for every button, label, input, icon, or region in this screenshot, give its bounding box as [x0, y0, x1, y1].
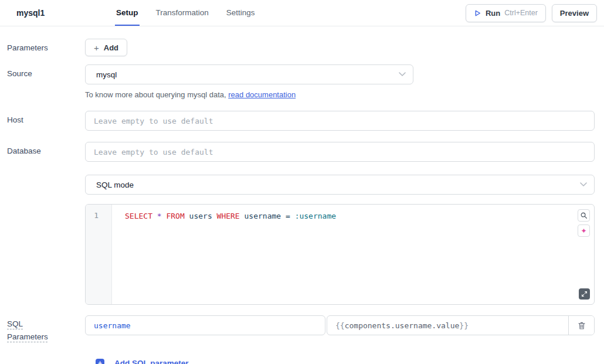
parameter-value-group: {{components.username.value}} — [327, 315, 595, 335]
editor-gutter: 1 — [86, 205, 112, 304]
sql-mode-selected-value: SQL mode — [96, 181, 134, 189]
delete-parameter-button[interactable] — [568, 316, 594, 335]
code-token: * — [157, 212, 162, 220]
parameters-label: Parameters — [7, 39, 85, 56]
add-sql-parameter-label: Add SQL parameter — [114, 359, 189, 364]
run-button[interactable]: Run Ctrl+Enter — [466, 4, 546, 22]
open-braces: {{ — [335, 321, 345, 330]
source-helper-text: To know more about querying mysql data, … — [85, 90, 595, 100]
plus-square-icon: + — [96, 359, 104, 364]
topbar: mysql1 Setup Transformation Settings Run… — [0, 0, 604, 26]
sql-mode-spacer — [7, 175, 85, 195]
parameter-key-value: username — [94, 321, 131, 330]
add-parameter-label: Add — [104, 43, 118, 52]
code-token: WHERE — [217, 212, 240, 220]
add-sql-parameter-row: + Add SQL parameter — [7, 354, 595, 364]
read-documentation-link[interactable]: read documentation — [228, 90, 296, 99]
host-label: Host — [7, 111, 85, 131]
helper-prefix: To know more about querying mysql data, — [85, 90, 228, 99]
source-selected-value: mysql — [96, 70, 117, 79]
sparkle-glyph: ✦ — [581, 227, 586, 234]
run-label: Run — [486, 9, 500, 18]
editor-row: 1 SELECT * FROM users WHERE username = :… — [7, 204, 595, 305]
sql-parameter-item: username {{components.username.value}} — [85, 315, 595, 335]
code-token: users — [185, 212, 217, 220]
query-editor-panel: mysql1 Setup Transformation Settings Run… — [0, 0, 604, 364]
chevron-down-icon — [399, 72, 406, 77]
sql-parameters-label: SQL Parameters — [7, 315, 85, 343]
code-token — [152, 212, 157, 220]
search-icon[interactable] — [578, 209, 590, 222]
tab-settings[interactable]: Settings — [225, 0, 256, 26]
source-row: Source mysql To know more about querying… — [7, 64, 595, 100]
database-label: Database — [7, 142, 85, 162]
line-number: 1 — [86, 211, 111, 220]
source-label: Source — [7, 64, 85, 100]
query-title: mysql1 — [16, 0, 115, 26]
database-input[interactable] — [85, 142, 595, 162]
code-token: :username — [295, 212, 336, 220]
trash-icon — [578, 321, 586, 330]
code-token: username — [240, 212, 286, 220]
sql-mode-row: SQL mode — [7, 175, 595, 195]
host-row: Host — [7, 111, 595, 131]
close-braces: }} — [459, 321, 469, 330]
sql-mode-select[interactable]: SQL mode — [85, 175, 595, 195]
code-token: FROM — [166, 212, 184, 220]
magnifier-glyph — [580, 212, 588, 219]
chevron-down-icon — [580, 182, 587, 187]
run-shortcut: Ctrl+Enter — [504, 9, 538, 17]
tab-transformation[interactable]: Transformation — [155, 0, 210, 26]
editor-spacer — [7, 204, 85, 305]
parameter-value-body: components.username.value — [345, 321, 460, 330]
tab-setup[interactable]: Setup — [115, 0, 140, 26]
setup-form: Parameters + Add Source mysql To know — [0, 26, 604, 364]
header-actions: Run Ctrl+Enter Preview — [466, 0, 597, 26]
expand-editor-icon[interactable] — [579, 288, 590, 300]
plus-icon: + — [94, 43, 99, 52]
plus-glyph: + — [98, 360, 102, 364]
add-sql-parameter-button[interactable]: + Add SQL parameter — [96, 359, 189, 364]
tab-bar: Setup Transformation Settings — [115, 0, 256, 26]
database-row: Database — [7, 142, 595, 162]
add-parameter-button[interactable]: + Add — [85, 39, 127, 56]
source-select[interactable]: mysql — [85, 64, 413, 84]
expand-arrows-glyph — [581, 291, 588, 297]
code-token: = — [286, 212, 295, 220]
code-area[interactable]: SELECT * FROM users WHERE username = :us… — [112, 205, 594, 304]
add-sql-parameter-spacer — [7, 354, 85, 364]
parameter-key-input[interactable]: username — [85, 315, 325, 335]
sql-editor[interactable]: 1 SELECT * FROM users WHERE username = :… — [85, 204, 595, 305]
ai-sparkle-icon[interactable]: ✦ — [578, 224, 590, 237]
code-token: SELECT — [125, 212, 152, 220]
code-line: SELECT * FROM users WHERE username = :us… — [125, 211, 594, 222]
host-input[interactable] — [85, 111, 595, 131]
sql-parameters-row: SQL Parameters username {{components.use… — [7, 315, 595, 343]
parameters-row: Parameters + Add — [7, 39, 595, 56]
parameter-value-input[interactable]: {{components.username.value}} — [327, 316, 568, 335]
play-icon — [474, 9, 481, 17]
preview-button[interactable]: Preview — [552, 4, 597, 22]
